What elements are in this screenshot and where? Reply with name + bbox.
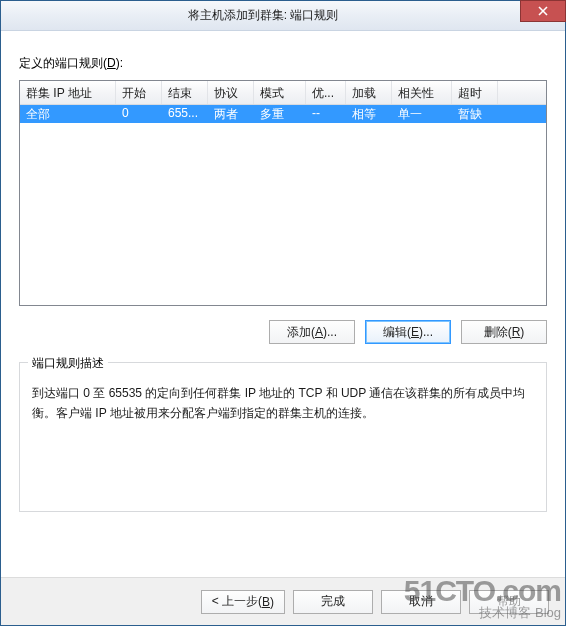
col-end[interactable]: 结束 — [162, 81, 208, 104]
listview-body: 全部 0 655... 两者 多重 -- 相等 单一 暂缺 — [20, 105, 546, 123]
col-load[interactable]: 加载 — [346, 81, 392, 104]
titlebar: 将主机添加到群集: 端口规则 — [1, 1, 565, 31]
listview-header: 群集 IP 地址 开始 结束 协议 模式 优... 加载 相关性 超时 — [20, 81, 546, 105]
list-buttons: 添加(A)... 编辑(E)... 删除(R) — [19, 320, 547, 344]
cell-end: 655... — [162, 105, 208, 123]
cancel-button[interactable]: 取消 — [381, 590, 461, 614]
add-button[interactable]: 添加(A)... — [269, 320, 355, 344]
edit-button[interactable]: 编辑(E)... — [365, 320, 451, 344]
cell-start: 0 — [116, 105, 162, 123]
cell-load: 相等 — [346, 105, 392, 123]
dialog-window: 将主机添加到群集: 端口规则 定义的端口规则(D): 群集 IP 地址 开始 结… — [0, 0, 566, 626]
groupbox-legend: 端口规则描述 — [28, 355, 108, 372]
description-groupbox: 端口规则描述 到达端口 0 至 65535 的定向到任何群集 IP 地址的 TC… — [19, 362, 547, 512]
col-priority[interactable]: 优... — [306, 81, 346, 104]
cell-cluster-ip: 全部 — [20, 105, 116, 123]
cell-affinity: 单一 — [392, 105, 452, 123]
window-title: 将主机添加到群集: 端口规则 — [188, 7, 379, 24]
col-start[interactable]: 开始 — [116, 81, 162, 104]
col-cluster-ip[interactable]: 群集 IP 地址 — [20, 81, 116, 104]
col-timeout[interactable]: 超时 — [452, 81, 498, 104]
close-icon — [538, 6, 548, 16]
back-button[interactable]: < 上一步(B) — [201, 590, 285, 614]
close-button[interactable] — [520, 0, 566, 22]
cell-mode: 多重 — [254, 105, 306, 123]
table-row[interactable]: 全部 0 655... 两者 多重 -- 相等 单一 暂缺 — [20, 105, 546, 123]
port-rules-listview[interactable]: 群集 IP 地址 开始 结束 协议 模式 优... 加载 相关性 超时 全部 0… — [19, 80, 547, 306]
help-button[interactable]: 帮助 — [469, 590, 549, 614]
col-affinity[interactable]: 相关性 — [392, 81, 452, 104]
description-text: 到达端口 0 至 65535 的定向到任何群集 IP 地址的 TCP 和 UDP… — [32, 383, 534, 424]
content-area: 定义的端口规则(D): 群集 IP 地址 开始 结束 协议 模式 优... 加载… — [1, 31, 565, 512]
footer: < 上一步(B) 完成 取消 帮助 — [1, 577, 565, 625]
section-label: 定义的端口规则(D): — [19, 55, 547, 72]
cell-timeout: 暂缺 — [452, 105, 498, 123]
cell-protocol: 两者 — [208, 105, 254, 123]
remove-button[interactable]: 删除(R) — [461, 320, 547, 344]
cell-priority: -- — [306, 105, 346, 123]
col-protocol[interactable]: 协议 — [208, 81, 254, 104]
finish-button[interactable]: 完成 — [293, 590, 373, 614]
col-mode[interactable]: 模式 — [254, 81, 306, 104]
